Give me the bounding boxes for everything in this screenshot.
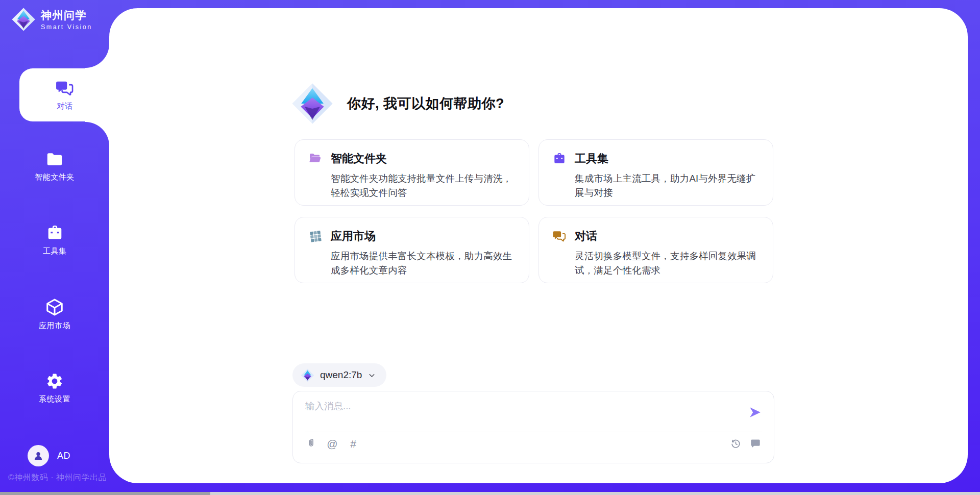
- chevron-down-icon: [368, 371, 376, 380]
- sidebar-item-toolset[interactable]: 工具集: [0, 218, 109, 261]
- user-initials: AD: [57, 451, 70, 461]
- card-description: 应用市场提供丰富长文本模板，助力高效生成多样化文章内容: [331, 249, 516, 278]
- sidebar-item-settings[interactable]: 系统设置: [0, 366, 109, 409]
- scrollbar-thumb[interactable]: [0, 492, 210, 495]
- hashtag-icon[interactable]: #: [347, 437, 359, 450]
- feature-card-smart-folder[interactable]: 智能文件夹 智能文件夹功能支持批量文件上传与清洗，轻松实现文件问答: [295, 139, 529, 206]
- brand-diamond-icon: [291, 82, 334, 125]
- sidebar-item-label: 系统设置: [39, 394, 70, 404]
- attachment-icon[interactable]: [305, 437, 317, 450]
- brand-diamond-icon: [11, 7, 36, 32]
- app-logo: 神州问学 Smart Vision: [11, 7, 92, 32]
- history-icon[interactable]: [729, 437, 742, 450]
- brand-diamond-icon: [301, 368, 314, 382]
- avatar: [28, 445, 49, 466]
- message-composer: @ #: [292, 391, 774, 463]
- folder-open-icon: [308, 152, 323, 166]
- sidebar-item-smart-folder[interactable]: 智能文件夹: [0, 144, 109, 187]
- welcome-header: 你好, 我可以如何帮助你?: [291, 82, 504, 126]
- person-icon: [32, 449, 45, 462]
- sidebar-item-app-market[interactable]: 应用市场: [0, 292, 109, 335]
- card-title: 智能文件夹: [331, 151, 387, 166]
- feature-card-toolset[interactable]: 工具集 集成市场上主流工具，助力AI与外界无缝扩展与对接: [538, 139, 773, 206]
- send-icon: [748, 406, 762, 419]
- feature-card-app-market[interactable]: 应用市场 应用市场提供丰富长文本模板，助力高效生成多样化文章内容: [295, 217, 529, 283]
- gear-icon: [45, 372, 64, 390]
- chat-bubbles-icon: [552, 229, 567, 243]
- composer-divider: [305, 432, 762, 432]
- feature-card-chat[interactable]: 对话 灵活切换多模型文件，支持多样回复效果调试，满足个性化需求: [538, 217, 773, 283]
- card-description: 灵活切换多模型文件，支持多样回复效果调试，满足个性化需求: [575, 249, 760, 278]
- user-account[interactable]: AD: [28, 445, 70, 466]
- card-title: 应用市场: [331, 229, 376, 244]
- tab-fillet-bottom: [85, 121, 110, 146]
- sidebar-item-label: 应用市场: [39, 321, 70, 331]
- copyright-text: ©神州数码 · 神州问学出品: [8, 473, 107, 483]
- app-name: 神州问学: [41, 8, 92, 22]
- toolbox-icon: [552, 152, 567, 166]
- greeting-text: 你好, 我可以如何帮助你?: [347, 94, 504, 113]
- comment-icon[interactable]: [749, 437, 762, 450]
- model-selector[interactable]: qwen2:7b: [292, 363, 386, 387]
- card-description: 智能文件夹功能支持批量文件上传与清洗，轻松实现文件问答: [331, 171, 516, 200]
- folder-icon: [45, 150, 64, 168]
- model-name: qwen2:7b: [320, 369, 362, 381]
- card-title: 对话: [575, 229, 597, 244]
- toolbox-icon: [45, 224, 64, 242]
- send-button[interactable]: [748, 406, 762, 419]
- horizontal-scrollbar[interactable]: [0, 492, 980, 495]
- sidebar-item-chat[interactable]: 对话: [19, 68, 110, 121]
- sidebar-item-label: 智能文件夹: [35, 172, 75, 182]
- message-input[interactable]: [305, 400, 729, 428]
- card-description: 集成市场上主流工具，助力AI与外界无缝扩展与对接: [575, 171, 760, 200]
- app-window: 神州问学 Smart Vision 对话 智能文件夹 工具集: [0, 0, 980, 495]
- grid-icon: [308, 229, 323, 243]
- mention-icon[interactable]: @: [326, 437, 338, 450]
- tab-fillet-top: [85, 44, 110, 68]
- sidebar-item-label: 对话: [57, 101, 73, 112]
- card-title: 工具集: [575, 151, 608, 166]
- chat-bubbles-icon: [55, 79, 75, 98]
- cube-icon: [45, 298, 64, 317]
- app-subtitle: Smart Vision: [41, 23, 92, 31]
- sidebar-item-label: 工具集: [43, 246, 67, 256]
